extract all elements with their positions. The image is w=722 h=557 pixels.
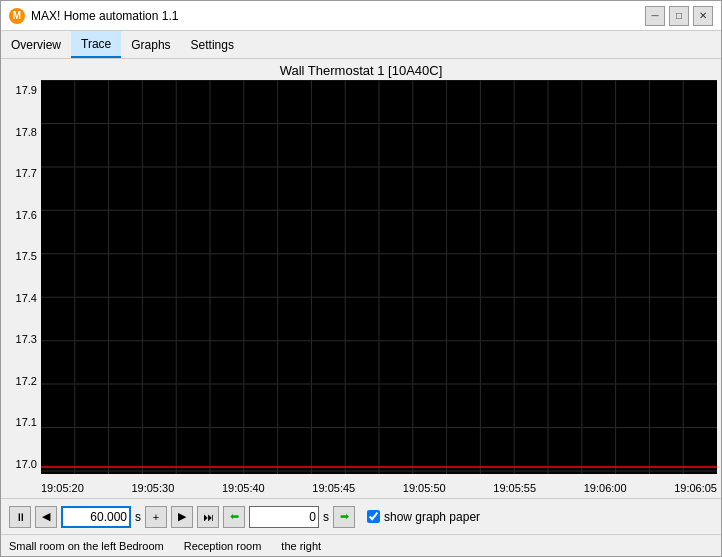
right-arrow-button[interactable]: ➡ [333,506,355,528]
chart-svg [41,80,717,474]
y-label: 17.0 [5,458,37,470]
y-label: 17.8 [5,126,37,138]
x-label: 19:05:30 [131,482,174,494]
forward-button[interactable]: ▶ [171,506,193,528]
status-bar: Small room on the left Bedroom Reception… [1,534,721,556]
show-graph-paper-container: show graph paper [367,510,480,524]
left-arrow-icon: ⬅ [230,510,239,523]
skip-end-button[interactable]: ⏭ [197,506,219,528]
window-controls: ─ □ ✕ [645,6,713,26]
status-right: the right [281,540,321,552]
unit1-label: s [135,510,141,524]
unit2-label: s [323,510,329,524]
show-graph-paper-label: show graph paper [384,510,480,524]
show-graph-paper-checkbox[interactable] [367,510,380,523]
x-label: 19:06:05 [674,482,717,494]
status-center: Reception room [184,540,262,552]
pause-button[interactable]: ⏸ [9,506,31,528]
right-arrow-icon: ➡ [340,510,349,523]
chart-area: 17.9 17.8 17.7 17.6 17.5 17.4 17.3 17.2 … [1,80,721,478]
title-bar-left: M MAX! Home automation 1.1 [9,8,178,24]
x-label: 19:05:20 [41,482,84,494]
chart-canvas [41,80,717,474]
y-label: 17.6 [5,209,37,221]
rewind-button[interactable]: ◀ [35,506,57,528]
y-label: 17.5 [5,250,37,262]
interval-input[interactable] [61,506,131,528]
window-title: MAX! Home automation 1.1 [31,9,178,23]
bottom-bar: ⏸ ◀ s + ▶ ⏭ ⬅ s ➡ show graph paper [1,498,721,534]
main-window: M MAX! Home automation 1.1 ─ □ ✕ Overvie… [0,0,722,557]
forward-icon: ▶ [178,510,186,523]
y-label: 17.2 [5,375,37,387]
close-button[interactable]: ✕ [693,6,713,26]
y-label: 17.9 [5,84,37,96]
minimize-button[interactable]: ─ [645,6,665,26]
y-axis: 17.9 17.8 17.7 17.6 17.5 17.4 17.3 17.2 … [5,80,41,474]
rewind-icon: ◀ [42,510,50,523]
menu-bar: Overview Trace Graphs Settings [1,31,721,59]
y-label: 17.7 [5,167,37,179]
status-left: Small room on the left Bedroom [9,540,164,552]
offset-input[interactable] [249,506,319,528]
app-icon: M [9,8,25,24]
y-label: 17.1 [5,416,37,428]
x-axis-row: 19:05:20 19:05:30 19:05:40 19:05:45 19:0… [1,478,721,498]
x-label: 19:05:50 [403,482,446,494]
plus-icon: + [153,511,159,523]
y-label: 17.4 [5,292,37,304]
plus-button[interactable]: + [145,506,167,528]
menu-item-overview[interactable]: Overview [1,31,71,58]
pause-icon: ⏸ [15,511,26,523]
maximize-button[interactable]: □ [669,6,689,26]
x-label: 19:05:45 [312,482,355,494]
skip-end-icon: ⏭ [203,511,214,523]
x-label: 19:05:40 [222,482,265,494]
chart-title: Wall Thermostat 1 [10A40C] [1,59,721,80]
menu-item-settings[interactable]: Settings [181,31,244,58]
menu-item-trace[interactable]: Trace [71,31,121,58]
x-axis: 19:05:20 19:05:30 19:05:40 19:05:45 19:0… [41,478,717,498]
left-arrow-button[interactable]: ⬅ [223,506,245,528]
y-label: 17.3 [5,333,37,345]
menu-item-graphs[interactable]: Graphs [121,31,180,58]
x-label: 19:05:55 [493,482,536,494]
x-label: 19:06:00 [584,482,627,494]
title-bar: M MAX! Home automation 1.1 ─ □ ✕ [1,1,721,31]
